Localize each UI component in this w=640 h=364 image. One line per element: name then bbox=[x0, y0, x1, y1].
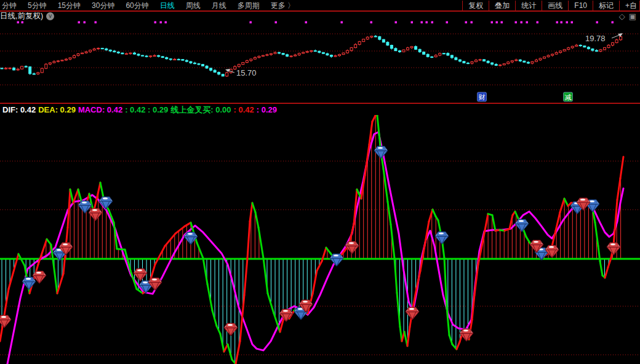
svg-text:减: 减 bbox=[565, 93, 572, 101]
timeframe-menu: 分钟5分钟15分钟30分钟60分钟日线周线月线多周期更多 〉 bbox=[0, 1, 300, 10]
menu-tool-0[interactable]: 复权 bbox=[462, 1, 489, 10]
red-diamond-signal-11 bbox=[460, 329, 473, 341]
blue-diamond-signal-3 bbox=[99, 197, 113, 209]
diamond-tool-icon[interactable]: ◇ bbox=[619, 12, 625, 21]
blue-diamond-signal-10 bbox=[515, 220, 529, 232]
blue-diamond-signal-0 bbox=[22, 277, 36, 290]
indicator-value-2: MACD: 0.42 bbox=[78, 105, 122, 114]
dea-line bbox=[7, 132, 623, 364]
trading-app-window: { "menu": { "left_items": [ {"label":"分钟… bbox=[0, 0, 640, 364]
indicator-value-0: DIF: 0.42 bbox=[2, 105, 36, 114]
red-diamond-signal-6 bbox=[224, 323, 238, 336]
panel-tool-icon[interactable]: ▣ bbox=[629, 12, 636, 21]
menu-timeframe-2[interactable]: 15分钟 bbox=[52, 1, 86, 10]
menu-tool-5[interactable]: 标记 bbox=[593, 1, 619, 10]
menu-tool-2[interactable]: 统计 bbox=[515, 1, 542, 10]
chart-mode-label: 日线,前复权) bbox=[0, 11, 43, 22]
macd-indicator-header: DIF: 0.42DEA: 0.29MACD: 0.42: 0.42 : 0.2… bbox=[0, 103, 640, 116]
indicator-value-1: DEA: 0.29 bbox=[38, 105, 76, 114]
svg-text:19.78: 19.78 bbox=[585, 34, 606, 43]
menu-timeframe-7[interactable]: 月线 bbox=[206, 1, 232, 10]
menu-timeframe-4[interactable]: 60分钟 bbox=[120, 1, 154, 10]
menu-timeframe-0[interactable]: 分钟 bbox=[0, 1, 22, 10]
signal-dots bbox=[17, 22, 614, 24]
menu-timeframe-8[interactable]: 多周期 bbox=[232, 1, 265, 10]
indicator-value-3: : 0.42 : 0.29 bbox=[125, 105, 168, 114]
tool-menu: 复权叠加统计画线F10标记+自 bbox=[462, 1, 640, 10]
event-marker-0[interactable]: 财 bbox=[478, 92, 487, 101]
blue-diamond-signal-8 bbox=[374, 146, 388, 159]
indicator-value-6: : 0.29 bbox=[257, 105, 277, 114]
menu-timeframe-9[interactable]: 更多 〉 bbox=[265, 1, 300, 10]
red-diamond-signal-13 bbox=[545, 245, 559, 258]
corner-icons: ◇ ▣ bbox=[619, 12, 636, 21]
red-diamond-signal-4 bbox=[134, 269, 147, 281]
svg-text:财: 财 bbox=[479, 93, 486, 101]
subheader: 日线,前复权) ˅ ◇ ▣ bbox=[0, 11, 640, 21]
price-labels: 15.7019.78 bbox=[225, 33, 623, 77]
menu-timeframe-1[interactable]: 5分钟 bbox=[22, 1, 52, 10]
indicator-value-4: 线上金叉买: 0.00 bbox=[170, 105, 231, 116]
menu-timeframe-6[interactable]: 周线 bbox=[180, 1, 206, 10]
top-menubar: 分钟5分钟15分钟30分钟60分钟日线周线月线多周期更多 〉 复权叠加统计画线F… bbox=[0, 0, 640, 12]
menu-tool-6[interactable]: +自 bbox=[619, 1, 640, 10]
blue-diamond-signal-5 bbox=[184, 232, 198, 245]
menu-timeframe-5[interactable]: 日线 bbox=[154, 1, 180, 10]
menu-tool-1[interactable]: 叠加 bbox=[489, 1, 515, 10]
menu-tool-3[interactable]: 画线 bbox=[542, 1, 568, 10]
red-diamond-signal-3 bbox=[89, 208, 102, 221]
candles-layer bbox=[1, 35, 622, 77]
dif-line bbox=[0, 116, 623, 364]
macd-chart[interactable] bbox=[0, 115, 640, 364]
menu-tool-4[interactable]: F10 bbox=[568, 1, 593, 10]
indicator-value-5: : 0.42 bbox=[234, 105, 254, 114]
price-gridlines bbox=[0, 34, 640, 85]
blue-diamond-signal-9 bbox=[435, 232, 449, 244]
event-marker-1[interactable]: 减 bbox=[564, 92, 573, 101]
blue-diamond-signal-7 bbox=[330, 254, 343, 266]
svg-text:15.70: 15.70 bbox=[236, 68, 257, 77]
red-diamond-signal-15 bbox=[607, 243, 620, 255]
menu-timeframe-3[interactable]: 30分钟 bbox=[86, 1, 120, 10]
chevron-down-icon[interactable]: ˅ bbox=[46, 12, 54, 20]
red-diamond-signal-5 bbox=[148, 278, 162, 290]
candlestick-chart[interactable]: 15.7019.78财减 bbox=[0, 21, 640, 103]
